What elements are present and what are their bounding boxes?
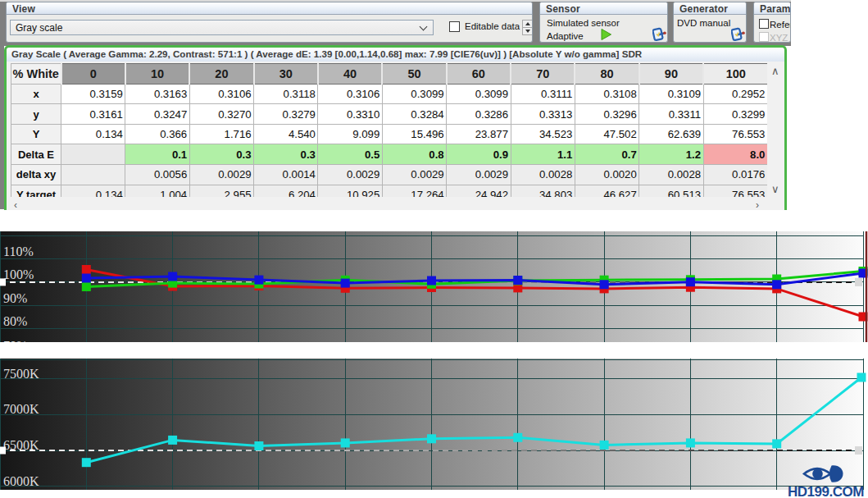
svg-text:110%: 110% <box>3 244 34 258</box>
svg-text:70%: 70% <box>3 339 27 342</box>
svg-text:90%: 90% <box>3 291 27 305</box>
svg-text:7500K: 7500K <box>3 367 39 381</box>
svg-text:6000K: 6000K <box>3 474 39 488</box>
svg-text:100%: 100% <box>3 267 34 281</box>
svg-text:80%: 80% <box>3 314 27 328</box>
svg-text:6500K: 6500K <box>3 438 39 452</box>
svg-text:7000K: 7000K <box>3 402 39 416</box>
